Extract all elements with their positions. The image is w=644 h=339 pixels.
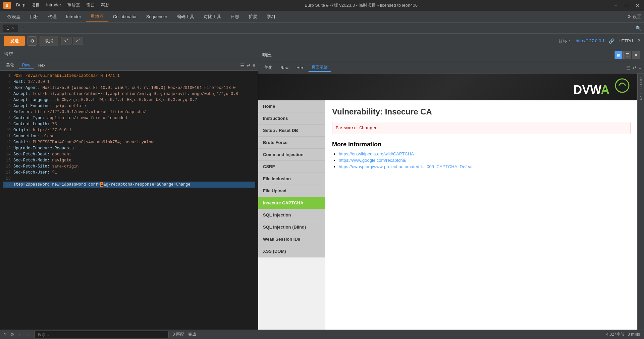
- target-url[interactable]: http://127.0.0.1: [576, 38, 605, 43]
- dvwa-link-1[interactable]: https://en.wikipedia.org/wiki/CAPTCHA: [339, 151, 414, 156]
- tab-extensions[interactable]: 扩展: [244, 12, 262, 22]
- response-wrap-icon[interactable]: ↵: [633, 65, 637, 70]
- tab-logger[interactable]: 日志: [226, 12, 244, 22]
- response-tab-icons: ☰ ↵ ≡: [626, 65, 641, 70]
- dvwa-nav-xss-dom[interactable]: XSS (DOM): [258, 245, 325, 257]
- status-icons: ? ⚙ ← →: [4, 332, 31, 337]
- tab-search-icon[interactable]: 🔍: [636, 26, 641, 31]
- tab-target[interactable]: 目标: [25, 12, 43, 22]
- minimize-button[interactable]: −: [612, 2, 619, 9]
- dvwa-nav-file-upload[interactable]: File Upload: [258, 185, 325, 197]
- tab-proxy[interactable]: 代理: [43, 12, 61, 22]
- search-input[interactable]: [35, 331, 169, 338]
- back-status-icon[interactable]: ←: [18, 332, 22, 337]
- dvwa-nav-csrf[interactable]: CSRF: [258, 161, 325, 173]
- menu-help[interactable]: 帮助: [101, 2, 110, 8]
- dvwa-nav-sqli-blind[interactable]: SQL Injection (Blind): [258, 221, 325, 233]
- tab-intruder[interactable]: Intruder: [61, 12, 86, 21]
- response-tab-bar: 美化 Raw Hex 页面渲染 ☰ ↵ ≡: [258, 62, 644, 74]
- request-code-area[interactable]: 1 POST /dvwa/vulnerabilities/captcha/ HT…: [0, 71, 258, 330]
- view-mode-split[interactable]: ▦: [614, 51, 623, 59]
- list-view-icon[interactable]: ☰: [240, 63, 245, 68]
- code-line-4: 4 Accept: text/html,application/xhtml+xm…: [3, 91, 255, 97]
- tab-learn[interactable]: 学习: [262, 12, 280, 22]
- dvwa-page: DVWA Home Instructions Setup / Reset DB: [258, 74, 637, 330]
- settings-gear-button[interactable]: ⚙: [28, 36, 37, 46]
- repeater-toolbar: 发送 ⚙ 取消 < ˅ > ˅ 目标： http://127.0.0.1 🔗 H…: [0, 34, 644, 48]
- more-options-icon[interactable]: ≡: [253, 63, 255, 68]
- dvwa-link-3[interactable]: https://owasp.org/www-project-automated-…: [339, 164, 473, 169]
- match-count: 0 匹配: [173, 332, 184, 337]
- response-more-icon[interactable]: ≡: [639, 65, 641, 70]
- view-mode-full[interactable]: ■: [632, 51, 640, 59]
- dvwa-link-2[interactable]: https://www.google.com/recaptcha/: [339, 158, 407, 163]
- help-icon[interactable]: ?: [638, 38, 640, 43]
- tab-comparer[interactable]: 对比工具: [199, 12, 226, 22]
- response-list-icon[interactable]: ☰: [626, 65, 631, 70]
- dvwa-nav-file-inclusion[interactable]: File Inclusion: [258, 173, 325, 185]
- inspector-panel: INSPECTOR: [637, 74, 644, 330]
- link-icon[interactable]: 🔗: [609, 38, 614, 44]
- dvwa-logo-icon: [614, 77, 631, 94]
- dvwa-nav-captcha[interactable]: Insecure CAPTCHA: [258, 197, 325, 209]
- close-button[interactable]: ✕: [634, 2, 641, 9]
- tab-repeater[interactable]: 重放器: [86, 11, 108, 22]
- burp-logo: B: [3, 2, 11, 9]
- dvwa-nav-setup[interactable]: Setup / Reset DB: [258, 125, 325, 137]
- code-line-3: 3 User-Agent: Mozilla/5.0 (Windows NT 10…: [3, 85, 255, 91]
- doc-tab-1[interactable]: 1 ✕: [3, 25, 18, 32]
- tab-encoder[interactable]: 编码工具: [172, 12, 199, 22]
- response-tab-raw[interactable]: Raw: [277, 64, 292, 71]
- request-tab-hex[interactable]: Hex: [35, 62, 49, 69]
- inspector-label: INSPECTOR: [639, 77, 643, 101]
- dvwa-nav-weak-session[interactable]: Weak Session IDs: [258, 233, 325, 245]
- code-line-6: 6 Accept-Encoding: gzip, deflate: [3, 103, 255, 109]
- dvwa-link-item-2: https://www.google.com/recaptcha/: [339, 158, 631, 163]
- menu-repeater[interactable]: 重放器: [67, 2, 80, 8]
- status-text: 完成: [188, 332, 196, 337]
- request-tab-beautify[interactable]: 美化: [3, 61, 17, 69]
- code-line-10: 10 Origin: http://127.0.0.1: [3, 127, 255, 133]
- forward-status-icon[interactable]: →: [26, 332, 31, 337]
- dvwa-nav-command[interactable]: Command Injection: [258, 149, 325, 161]
- tab-dashboard[interactable]: 仪表盘: [3, 12, 25, 22]
- document-tabs: 1 ✕ + 🔍: [0, 23, 644, 34]
- menu-intruder[interactable]: Intruder: [46, 2, 61, 8]
- code-line-8: 8 Content-Type: application/x-www-form-u…: [3, 115, 255, 121]
- dvwa-nav-instructions[interactable]: Instructions: [258, 112, 325, 125]
- settings-status-icon[interactable]: ⚙: [10, 332, 14, 337]
- menu-project[interactable]: 项目: [31, 2, 40, 8]
- cancel-button[interactable]: 取消: [40, 36, 58, 46]
- nav-forward-button[interactable]: > ˅: [73, 37, 83, 45]
- dvwa-nav-home[interactable]: Home: [258, 100, 325, 112]
- request-panel: 请求 美化 Raw Hex ☰ ↵ ≡ 1 POST /dvwa/vulnera…: [0, 48, 258, 330]
- response-tab-hex[interactable]: Hex: [293, 64, 307, 71]
- code-line-2: 2 Host: 127.0.0.1: [3, 79, 255, 85]
- request-tab-raw[interactable]: Raw: [19, 62, 34, 69]
- tab-sequencer[interactable]: Sequencer: [142, 12, 172, 21]
- code-line-11: 11 Connection: close: [3, 133, 255, 139]
- tab-collaborator[interactable]: Collaborator: [108, 12, 142, 21]
- view-mode-horizontal[interactable]: ☰: [623, 51, 631, 59]
- word-wrap-icon[interactable]: ↵: [247, 63, 251, 68]
- response-tab-render[interactable]: 页面渲染: [308, 63, 331, 72]
- response-panel: 响应 ▦ ☰ ■ 美化 Raw Hex 页面渲染 ☰ ↵ ≡: [258, 48, 644, 330]
- help-status-icon[interactable]: ?: [4, 332, 7, 337]
- window-title: Burp Suite专业版 v2023.3 - 临时项目 - licensed …: [305, 2, 418, 8]
- dvwa-logo: DVWA: [573, 77, 631, 97]
- maximize-button[interactable]: □: [623, 2, 630, 9]
- menu-burp[interactable]: Burp: [16, 2, 25, 8]
- send-button[interactable]: 发送: [4, 36, 25, 46]
- close-tab-icon[interactable]: ✕: [11, 26, 14, 30]
- code-line-14: 14 Sec-Fetch-Dest: document: [3, 151, 255, 157]
- dvwa-nav-brute[interactable]: Brute Force: [258, 137, 325, 149]
- menu-window[interactable]: 窗口: [86, 2, 95, 8]
- settings-button[interactable]: ⚙ 设置: [627, 14, 641, 20]
- code-line-16: 16 Sec-Fetch-Site: same-origin: [3, 163, 255, 170]
- dvwa-nav-sqli[interactable]: SQL Injection: [258, 209, 325, 221]
- add-tab-button[interactable]: +: [18, 24, 28, 33]
- nav-back-button[interactable]: < ˅: [61, 37, 71, 45]
- dvwa-link-item-1: https://en.wikipedia.org/wiki/CAPTCHA: [339, 151, 631, 156]
- http-version: HTTP/1: [619, 38, 634, 43]
- response-tab-beautify[interactable]: 美化: [261, 64, 276, 71]
